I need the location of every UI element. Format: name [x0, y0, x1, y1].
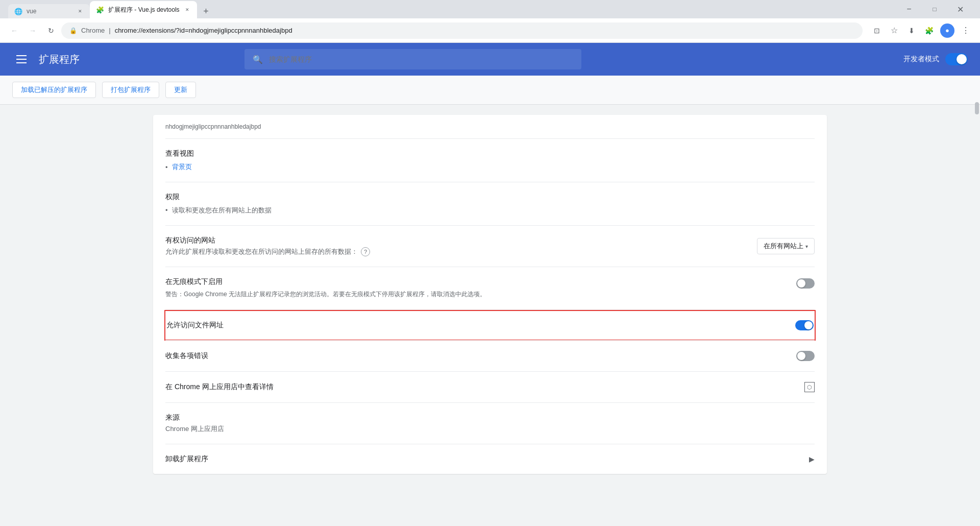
incognito-toggle[interactable]: [796, 278, 815, 289]
bookmark-icon[interactable]: ☆: [886, 22, 902, 39]
update-button[interactable]: 更新: [165, 82, 196, 98]
security-icon: 🔒: [69, 27, 77, 34]
file-access-row: 允许访问文件网址: [164, 310, 816, 341]
chrome-menu-icon[interactable]: ⋮: [958, 22, 974, 39]
permissions-item: 读取和更改您在所有网站上的数据: [172, 206, 272, 215]
uninstall-label: 卸载扩展程序: [165, 455, 208, 464]
store-link-label: 在 Chrome 网上应用店中查看详情: [165, 382, 274, 392]
file-access-toggle[interactable]: [795, 320, 814, 330]
forward-button[interactable]: →: [24, 22, 41, 39]
tab-title: vue: [27, 8, 72, 15]
scrollbar[interactable]: [975, 105, 979, 114]
reload-button[interactable]: ↻: [43, 22, 59, 39]
tab-vue-devtools[interactable]: 🧩 扩展程序 - Vue.js devtools ✕: [90, 1, 197, 18]
external-link-icon[interactable]: ⬡: [804, 382, 815, 392]
new-tab-button[interactable]: +: [199, 4, 213, 18]
close-button[interactable]: ✕: [948, 1, 972, 17]
errors-toggle[interactable]: [796, 351, 815, 361]
load-unpacked-button[interactable]: 加载已解压的扩展程序: [12, 82, 96, 98]
chevron-right-icon: ▶: [809, 455, 815, 463]
incognito-desc: 警告：Google Chrome 无法阻止扩展程序记录您的浏览活动。若要在无痕模…: [165, 290, 784, 299]
tab-ext-title: 扩展程序 - Vue.js devtools: [108, 6, 180, 14]
select-arrow-icon: ▾: [805, 244, 808, 249]
back-button[interactable]: ←: [6, 22, 22, 39]
extension-id: nhdogjmejiglipccpnnnanhbledajbpd: [165, 115, 815, 139]
bullet-dot: •: [165, 163, 168, 171]
pack-extension-button[interactable]: 打包扩展程序: [102, 82, 159, 98]
errors-label: 收集各项错误: [165, 351, 208, 361]
source-value: Chrome 网上应用店: [165, 424, 815, 434]
background-page-link[interactable]: 背景页: [172, 162, 192, 172]
tab-ext-close-btn[interactable]: ✕: [184, 6, 191, 13]
dev-mode-toggle[interactable]: [945, 53, 968, 65]
tab-ext-favicon: 🧩: [96, 6, 104, 14]
maximize-button[interactable]: □: [923, 1, 946, 17]
page-title: 扩展程序: [39, 53, 80, 66]
hamburger-menu[interactable]: [12, 51, 31, 67]
file-access-label: 允许访问文件网址: [166, 321, 224, 330]
cast-icon[interactable]: ⊡: [869, 22, 885, 39]
view-section-title: 查看视图: [165, 149, 815, 158]
profile-avatar[interactable]: ●: [940, 23, 954, 38]
search-icon: 🔍: [253, 55, 263, 64]
perm-bullet: •: [165, 206, 168, 214]
incognito-title: 在无痕模式下启用: [165, 277, 784, 286]
tab-favicon: 🌐: [14, 8, 22, 15]
dev-mode-label: 开发者模式: [903, 55, 939, 64]
address-bar[interactable]: 🔒 Chrome | chrome://extensions/?id=nhdog…: [61, 22, 863, 39]
address-url-text: chrome://extensions/?id=nhdogjmejiglipcc…: [115, 27, 292, 34]
source-title: 来源: [165, 413, 815, 422]
permissions-title: 权限: [165, 193, 815, 202]
tab-vue[interactable]: 🌐 vue ✕: [8, 4, 90, 18]
search-input[interactable]: [269, 55, 573, 63]
download-icon[interactable]: ⬇: [903, 22, 920, 39]
help-icon[interactable]: ?: [361, 247, 370, 256]
site-access-desc: 允许此扩展程序读取和更改您在所访问的网站上留存的所有数据：: [165, 247, 358, 256]
tab-close-btn[interactable]: ✕: [77, 8, 84, 15]
address-chrome-text: Chrome: [81, 27, 105, 34]
site-access-select[interactable]: 在所有网站上 ▾: [757, 238, 815, 254]
search-box[interactable]: 🔍: [244, 49, 581, 69]
site-access-value: 在所有网站上: [764, 242, 803, 251]
extensions-icon[interactable]: 🧩: [921, 22, 937, 39]
minimize-button[interactable]: −: [897, 1, 921, 17]
site-access-title: 有权访问的网站: [165, 236, 749, 245]
address-separator: |: [109, 27, 110, 34]
